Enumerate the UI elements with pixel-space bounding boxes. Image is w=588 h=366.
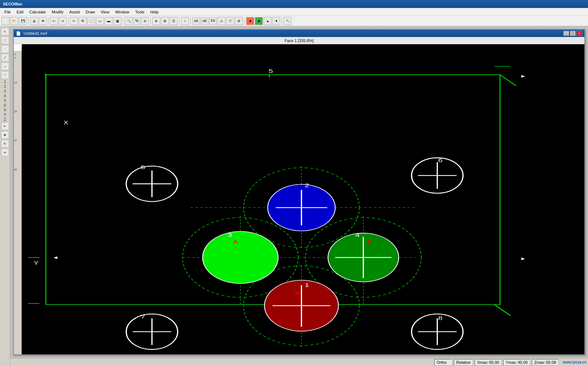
minimize-button[interactable]: _ [563,31,569,36]
sep8 [244,17,245,25]
document-title-bar: 📄 Untitled1.mnf _ □ ✕ [14,30,584,37]
hatch-button[interactable]: ▦ [113,17,121,25]
rect-button[interactable]: ▭ [96,17,104,25]
color1-button[interactable]: ■ [246,17,254,25]
sidebar-num-6: 6 [1,103,9,107]
menu-draw[interactable]: Draw [83,9,98,15]
zoom-in-button[interactable]: 🔍 [125,17,133,25]
ymax-status: Ymax: 45.00 [503,359,530,366]
menu-edit[interactable]: Edit [14,9,26,15]
cut-button[interactable]: ✂ [70,17,78,25]
rotate-tool[interactable]: ↻ [1,140,9,148]
zoom-out-button[interactable]: ⊖ [141,17,149,25]
xmax-label: Xmax: [477,360,488,365]
point-tool[interactable]: · [1,45,9,53]
relative-label: Relative [456,360,471,365]
settings-button[interactable]: ⚙ [235,17,243,25]
close-button[interactable]: ✕ [576,31,582,36]
menu-file[interactable]: File [1,9,14,15]
main-area: 📄 Untitled1.mnf _ □ ✕ Face 1 [335.8%] 0 … [10,26,588,358]
layers-button[interactable]: ☰ [170,17,178,25]
xmax-status: Xmax: 65.00 [475,359,502,366]
svg-text:3: 3 [228,232,232,238]
svg-text:Y: Y [34,260,39,266]
paste-button[interactable]: 📋 [87,17,95,25]
tool-button[interactable]: 🔧 [283,17,291,25]
sep1 [28,17,29,25]
new-button[interactable]: 📄 [1,17,9,25]
open-button[interactable]: 📂 [10,17,18,25]
sidebar-num-y: Y [1,113,9,117]
print-preview-button[interactable]: 👁 [39,17,47,25]
zmax-status: Zmax: 50.08 [532,359,559,366]
menu-assist[interactable]: Assist [66,9,83,15]
drawing-canvas: 5 2 ► ► ◄ [22,44,584,354]
snap-button[interactable]: ⊕ [152,17,160,25]
circle-tool[interactable]: ○ [1,62,9,70]
sidebar-num-z: Z [1,118,9,122]
svg-text:B: B [367,239,372,245]
ruler-left: 0 Y 12 25 37 62 [14,51,22,354]
sidebar-num-4: 4 [1,94,9,98]
menu-bar: File Edit Calculate Modify Assist Draw V… [0,8,588,16]
zoom-percent-button[interactable]: % [133,17,140,25]
grid-button[interactable]: ⊞ [161,17,169,25]
dim-tool[interactable]: ⊢ [1,122,9,130]
line-tool[interactable]: ╱ [1,54,9,62]
restore-button[interactable]: □ [570,31,576,36]
window-controls: _ □ ✕ [563,31,582,36]
svg-text:Y: Y [15,57,16,59]
circle-tool[interactable]: ○ [181,17,189,25]
menu-view[interactable]: View [98,9,112,15]
document-title: 📄 Untitled1.mnf [16,31,47,36]
sep3 [68,17,69,25]
sidebar-num-1: 1 [1,80,9,84]
sep6 [179,17,179,25]
sep4 [123,17,123,25]
svg-text:X: X [63,120,69,126]
menu-calculate[interactable]: Calculate [26,9,49,15]
ymax-value: 45.00 [518,360,528,365]
menu-window[interactable]: Window [112,9,132,15]
undo-button[interactable]: ↩ [50,17,58,25]
select-tool[interactable]: ⬚ [1,36,9,44]
copy-button[interactable]: ⧉ [79,17,87,25]
relative-status: Relative [454,359,473,366]
menu-modify[interactable]: Modify [49,9,66,15]
arc-tool[interactable]: ◠ [1,71,9,79]
f4-button[interactable]: F# [209,17,217,25]
print-button[interactable]: 🖨 [30,17,38,25]
color3-button[interactable]: ▲ [264,17,272,25]
move-tool[interactable]: ✥ [1,131,9,139]
sep7 [190,17,191,25]
sidebar-num-2: 2 [1,85,9,89]
app-title: SECOMan [3,2,22,6]
redo-button[interactable]: ↪ [59,17,67,25]
color4-button[interactable]: ▼ [272,17,280,25]
zmax-label: Zmax: [534,360,546,365]
mirror-tool[interactable]: ⇔ [1,148,9,156]
canvas-area[interactable]: 5 2 ► ► ◄ [22,44,584,354]
menu-help[interactable]: Help [147,9,161,15]
ort-button[interactable]: ort [192,17,200,25]
document-window: 📄 Untitled1.mnf _ □ ✕ Face 1 [335.8%] 0 … [13,29,585,355]
svg-text:5: 5 [141,164,145,170]
save-button[interactable]: 💾 [19,17,27,25]
svg-text:►: ► [520,256,527,261]
fill-button[interactable]: ▬ [105,17,113,25]
toolbar: 📄 📂 💾 🖨 👁 ↩ ↪ ✂ ⧉ 📋 ▭ ▬ ▦ 🔍 % ⊖ ⊕ ⊞ ☰ ○ … [0,16,588,26]
filter-button[interactable]: ▽ [226,17,234,25]
svg-text:7: 7 [141,313,145,320]
face-bar: Face 1 [335.8%] [14,37,584,44]
cursor-tool[interactable]: ↖ [1,28,9,36]
svg-text:25: 25 [14,110,17,113]
svg-text:►: ► [520,73,527,78]
warning-button[interactable]: ⚠ [218,17,225,25]
sep2 [48,17,49,25]
svg-text:2: 2 [305,182,309,188]
ymax-label: Ymax: [506,360,517,365]
color2-button[interactable]: ■ [255,17,263,25]
rel-button[interactable]: rel [201,17,208,25]
ortho-label: Ortho [437,360,447,365]
menu-tools[interactable]: Tools [132,9,148,15]
